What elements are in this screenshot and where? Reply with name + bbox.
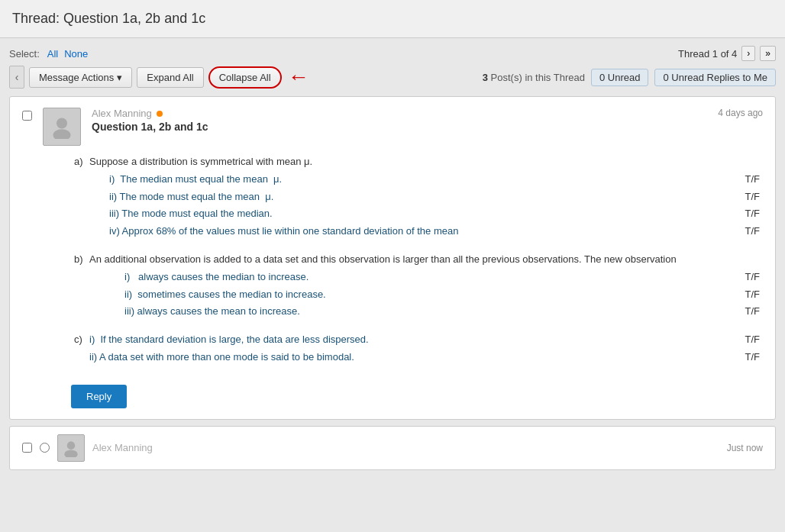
section-a-table: a) Suppose a distribution is symmetrical… [71,153,763,240]
posts-count-num: 3 [483,72,488,83]
tf-2: T/F [717,189,763,206]
post-content: a) Suppose a distribution is symmetrical… [71,153,763,366]
section-c: c) i) If the standard deviation is large… [71,331,763,366]
thread-nav-area: Thread 1 of 4 › » [678,46,776,61]
svg-point-3 [64,450,77,457]
section-a-intro: Suppose a distribution is symmetrical wi… [86,153,763,171]
section-a-item-4: iv) Approx 68% of the values must lie wi… [86,223,717,240]
table-row: ii) sometimes causes the median to incre… [71,286,763,304]
post-stub: Alex Manning Just now [9,426,776,470]
section-c-table: c) i) If the standard deviation is large… [71,331,763,366]
tf-b-3: T/F [717,303,763,321]
stub-avatar-icon [62,439,80,457]
author-status-dot [157,111,163,117]
section-c-item-2: ii) A data set with more than one mode i… [86,349,717,366]
select-controls: Select: All None [9,48,88,60]
stub-left: Alex Manning [22,434,153,462]
section-b-label: b) [71,251,86,269]
select-none-link[interactable]: None [64,48,88,60]
table-row: i) The median must equal the mean μ. T/F [71,171,763,189]
page-title: Thread: Question 1a, 2b and 1c [12,11,773,27]
collapse-all-container: Collapse All ← [208,66,309,89]
section-a-item-3: iii) The mode must equal the median. [86,205,717,223]
svg-point-0 [57,118,67,128]
posts-count-label: Post(s) in this Thread [491,72,585,83]
section-b-table: b) An additional observation is added to… [71,251,763,321]
posts-count: 3 Post(s) in this Thread [483,72,585,83]
select-all-link[interactable]: All [47,48,58,60]
section-a: a) Suppose a distribution is symmetrical… [71,153,763,240]
thread-nav-text: Thread 1 of 4 [678,48,737,60]
stub-radio[interactable] [40,443,50,453]
thread-info: 3 Post(s) in this Thread 0 Unread 0 Unre… [483,69,776,86]
section-b-item-3: iii) always causes the mean to increase. [86,303,717,321]
collapse-all-button[interactable]: Collapse All [208,66,282,89]
unread-replies-badge: 0 Unread Replies to Me [654,69,776,86]
author-name: Alex Manning [92,108,152,119]
table-row: iii) always causes the mean to increase.… [71,303,763,321]
stub-avatar [57,434,85,462]
post-checkbox[interactable] [22,111,32,121]
prev-nav-button[interactable]: ‹ [9,66,24,89]
message-actions-button[interactable]: Message Actions ▾ [29,67,132,88]
tf-c-1: T/F [717,331,763,349]
stub-timestamp: Just now [727,443,763,453]
section-a-item-2: ii) The mode must equal the mean μ. [86,189,717,206]
page-title-bar: Thread: Question 1a, 2b and 1c [0,0,785,38]
tf-b-1: T/F [717,269,763,286]
unread-num: 0 [599,72,605,83]
stub-checkbox[interactable] [22,443,32,453]
table-row: iii) The mode must equal the median. T/F [71,205,763,223]
post-meta: Alex Manning Question 1a, 2b and 1c [92,108,763,139]
section-b-intro: An additional observation is added to a … [86,251,763,269]
avatar-image-icon [50,114,74,139]
post-title: Question 1a, 2b and 1c [92,121,763,133]
unread-badge: 0 Unread [591,69,649,86]
table-row: c) i) If the standard deviation is large… [71,331,763,349]
section-c-label: c) [71,331,86,349]
annotation-arrow: ← [288,66,309,88]
tf-4: T/F [717,223,763,240]
reply-button[interactable]: Reply [71,385,127,408]
thread-last-button[interactable]: » [760,46,776,61]
svg-point-1 [53,129,70,139]
section-b-item-1: i) always causes the median to increase. [86,269,717,286]
unread-replies-label: Unread Replies to Me [671,72,767,83]
post-timestamp: 4 days ago [718,108,763,118]
expand-all-button[interactable]: Expand All [137,67,203,88]
svg-point-2 [67,441,76,450]
table-row: b) An additional observation is added to… [71,251,763,269]
top-toolbar: Select: All None Thread 1 of 4 › » [9,46,776,61]
table-row: i) always causes the median to increase.… [71,269,763,286]
select-label: Select: [9,48,40,60]
unread-replies-num: 0 [663,72,668,83]
stub-author: Alex Manning [92,442,153,453]
section-a-label: a) [71,153,86,171]
section-b-item-2: ii) sometimes causes the median to incre… [86,286,717,304]
unread-label: Unread [608,72,641,83]
post-author: Alex Manning [92,108,763,119]
thread-next-button[interactable]: › [741,46,755,61]
message-actions-chevron-icon: ▾ [117,72,122,83]
table-row: a) Suppose a distribution is symmetrical… [71,153,763,171]
post-card: 4 days ago Alex Manning Question 1a, 2b … [9,96,776,420]
table-row: iv) Approx 68% of the values must lie wi… [71,223,763,240]
message-actions-label: Message Actions [39,72,114,83]
tf-3: T/F [717,205,763,223]
table-row: ii) The mode must equal the mean μ. T/F [71,189,763,206]
main-content: Select: All None Thread 1 of 4 › » ‹ Mes… [0,38,785,478]
table-row: ii) A data set with more than one mode i… [71,349,763,366]
tf-b-2: T/F [717,286,763,304]
avatar [43,108,81,146]
tf-c-2: T/F [717,349,763,366]
section-c-item-1: i) If the standard deviation is large, t… [86,331,717,349]
tf-1: T/F [717,171,763,189]
post-header: Alex Manning Question 1a, 2b and 1c [22,108,763,146]
section-b: b) An additional observation is added to… [71,251,763,321]
section-a-item-1: i) The median must equal the mean μ. [86,171,717,189]
